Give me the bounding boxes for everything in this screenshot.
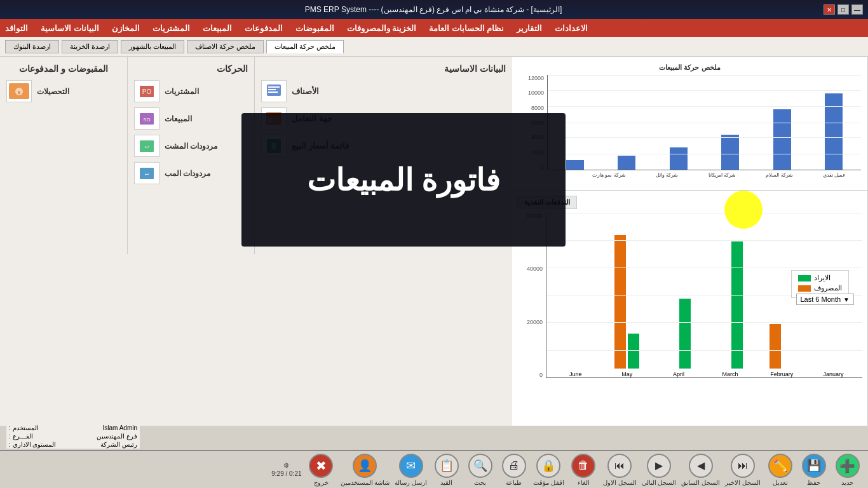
delete-button[interactable]: 🗑 الغاء (569, 454, 598, 486)
left-panel: ملخص حركة المبيعات 12000 10000 8000 6000… (512, 57, 868, 426)
print-button[interactable]: 🖨 طباعة (499, 454, 528, 486)
save-label: حفظ (807, 479, 820, 486)
next-record-icon: ▶ (647, 454, 671, 478)
tab-treasury-balance[interactable]: ارصدة الخزينة (62, 40, 118, 53)
purchases-icon[interactable]: PO (134, 80, 159, 102)
title-bar: — □ ✕ [الرئيسية] - شركة منشاة بي ام اس ف… (0, 0, 868, 19)
menu-item-basic[interactable]: البيانات الاساسية (41, 24, 99, 33)
search-label: بحث (474, 479, 486, 486)
movements-title: الحركات (134, 64, 248, 74)
delete-icon: 🗑 (571, 454, 595, 478)
returns-sales-row[interactable]: مردودات المب ↩ (134, 162, 248, 184)
edit-button[interactable]: ✏️ تعديل (766, 454, 794, 486)
returns-sales-icon[interactable]: ↩ (134, 162, 159, 184)
sales-icon[interactable]: SO (134, 107, 159, 130)
menu-item-purchases[interactable]: المشتريات (153, 24, 190, 33)
tab-bank-balance[interactable]: ارصدة البنوك (5, 40, 59, 53)
menu-item-payments[interactable]: المدفوعات (245, 24, 283, 33)
receipts-section: المقبوضات و المدفوعات التحصيلات $ (0, 57, 127, 254)
menu-bar: الاعدادات التقارير نظام الحسابات العامة … (0, 19, 868, 37)
new-button[interactable]: ➕ جديد (833, 454, 862, 486)
overlay-panel: فاتورة المبيعات (241, 113, 566, 247)
time-display: ⚙ 0:21 / 9:29 (271, 462, 301, 477)
first-record-button[interactable]: ⏮ السجل الاول (603, 454, 637, 486)
svg-text:SO: SO (143, 117, 151, 123)
x-axis-labels: عميل نقدي شركة السلام شركة امريكانا شركة… (547, 170, 861, 178)
returns-pur-icon[interactable]: ↩ (134, 135, 159, 157)
branch-name: فرع المهندسين (97, 433, 137, 440)
bar-group-5 (618, 156, 635, 170)
returns-pur-row[interactable]: مردودات المشت ↩ (134, 135, 248, 157)
tab-items-movement[interactable]: ملخص حركة الاصناف (187, 40, 264, 53)
temp-lock-button[interactable]: 🔒 اقفل مؤقت (533, 454, 564, 486)
menu-item-receipts[interactable]: المقبوضات (295, 24, 334, 33)
bar-group-4 (670, 147, 688, 170)
movements-section: الحركات المشتريات PO المبيعات SO (127, 57, 254, 254)
temp-lock-icon: 🔒 (536, 454, 560, 478)
minimize-button[interactable]: — (851, 4, 863, 15)
first-record-label: السجل الاول (603, 479, 637, 486)
sales-label: المبيعات (165, 114, 192, 123)
tab-sales-movement[interactable]: ملخص حركة المبيعات (266, 40, 344, 53)
level-name: رئيس الشركة (100, 441, 137, 448)
next-record-button[interactable]: ▶ السجل التالي (642, 454, 677, 486)
exit-icon: ✖ (309, 454, 333, 478)
menu-item-settings[interactable]: الاعدادات (555, 24, 588, 33)
collections-icon[interactable]: $ (6, 80, 32, 102)
receipts-title: المقبوضات و المدفوعات (6, 64, 121, 74)
journal-icon: 📋 (435, 454, 459, 478)
menu-item-reports[interactable]: التقارير (517, 24, 542, 33)
save-button[interactable]: 💾 حفظ (799, 454, 828, 486)
time-text: 0:21 / 9:29 (271, 470, 301, 477)
status-bar: Islam Admin المستخدم : فرع المهندسين الف… (6, 424, 140, 449)
overlay-text: فاتورة المبيعات (307, 162, 500, 198)
collections-label: التحصيلات (37, 87, 69, 96)
prev-record-label: السجل السابق (681, 479, 720, 486)
users-screen-button[interactable]: 👤 شاشة المستخدمين (341, 454, 390, 486)
send-message-icon: ✉ (399, 454, 423, 478)
next-record-label: السجل التالي (642, 479, 677, 486)
menu-item-suppliers[interactable]: التواقد (5, 24, 28, 33)
bar-group-6 (566, 160, 584, 170)
bottom-toolbar: ➕ جديد 💾 حفظ ✏️ تعديل ⏭ السجل الاخير ◀ ا… (0, 450, 868, 488)
menu-item-sales[interactable]: المبيعات (203, 24, 232, 33)
returns-pur-label: مردودات المشت (165, 142, 217, 151)
new-label: جديد (841, 479, 853, 486)
bar-group-3 (721, 135, 739, 170)
tab-monthly-sales[interactable]: المبيعات بالشهور (121, 40, 184, 53)
search-button[interactable]: 🔍 بحث (466, 454, 494, 486)
asnaf-icon[interactable] (261, 80, 287, 102)
bar-1 (825, 93, 843, 170)
journal-button[interactable]: 📋 القيد (432, 454, 461, 486)
first-record-icon: ⏮ (607, 454, 632, 478)
close-button[interactable]: ✕ (824, 4, 835, 15)
svg-rect-3 (268, 92, 278, 93)
menu-item-accounts[interactable]: نظام الحسابات العامة (429, 24, 504, 33)
send-message-label: ارسل رسالة (395, 479, 427, 486)
user-name: Islam Admin (103, 424, 137, 431)
journal-label: القيد (440, 479, 452, 486)
search-icon: 🔍 (468, 454, 492, 478)
temp-lock-label: اقفل مؤقت (533, 479, 564, 486)
svg-rect-2 (268, 89, 276, 90)
purchases-row[interactable]: المشتريات PO (134, 80, 248, 102)
last-record-icon: ⏭ (731, 454, 755, 478)
status-user: Islam Admin المستخدم : (6, 424, 140, 432)
asnaf-row[interactable]: الأصناف (261, 80, 506, 102)
prev-record-button[interactable]: ◀ السجل السابق (681, 454, 720, 486)
send-message-button[interactable]: ✉ ارسل رسالة (395, 454, 427, 486)
bar-6 (566, 160, 584, 170)
prev-record-icon: ◀ (689, 454, 713, 478)
bar-4 (670, 147, 688, 170)
exit-button[interactable]: ✖ خروج (307, 454, 336, 486)
edit-icon: ✏️ (768, 454, 792, 478)
returns-sales-label: مردودات المب (165, 169, 210, 178)
sales-row[interactable]: المبيعات SO (134, 107, 248, 130)
bar-group-1 (825, 93, 843, 170)
menu-item-warehouses[interactable]: المخازن (112, 24, 140, 33)
window-controls[interactable]: — □ ✕ (824, 4, 863, 15)
last-record-button[interactable]: ⏭ السجل الاخير (725, 454, 761, 486)
maximize-button[interactable]: □ (837, 4, 849, 15)
collections-row[interactable]: التحصيلات $ (6, 80, 121, 102)
menu-item-treasury[interactable]: الخزينة والمصروفات (347, 24, 417, 33)
